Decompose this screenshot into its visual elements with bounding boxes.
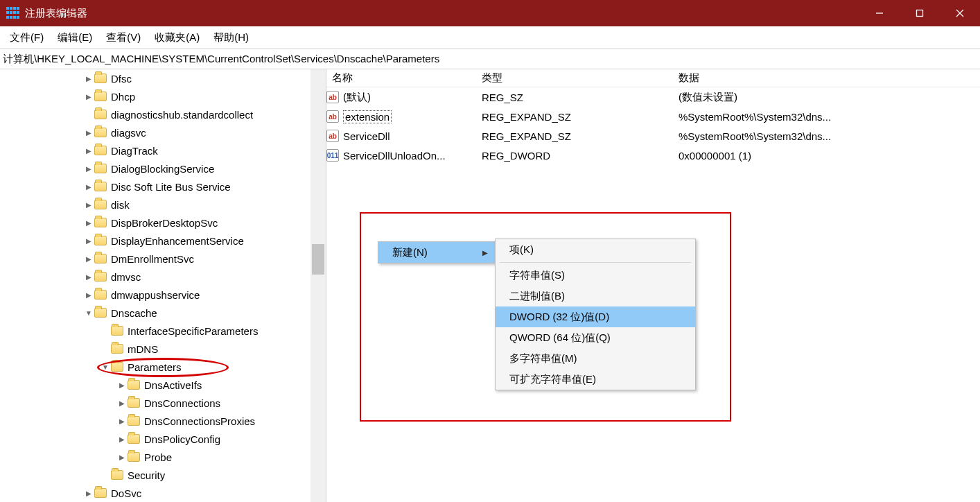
column-header-name[interactable]: 名称 bbox=[326, 71, 476, 85]
submenu-dword[interactable]: DWORD (32 位)值(D) bbox=[496, 306, 695, 327]
tree-item[interactable]: ▶Disc Soft Lite Bus Service bbox=[0, 178, 326, 196]
list-rows[interactable]: ab(默认)REG_SZ(数值未设置)abextensionREG_EXPAND… bbox=[326, 87, 980, 165]
chevron-right-icon[interactable]: ▶ bbox=[83, 93, 94, 101]
chevron-right-icon[interactable]: ▶ bbox=[83, 219, 94, 227]
submenu-binary-label: 二进制值(B) bbox=[509, 290, 565, 303]
tree-scrollbar-thumb[interactable] bbox=[312, 244, 324, 275]
tree-item-label: DnsConnectionsProxies bbox=[144, 415, 255, 427]
chevron-right-icon[interactable]: ▶ bbox=[116, 417, 128, 425]
list-row[interactable]: 011ServiceDllUnloadOn...REG_DWORD0x00000… bbox=[326, 146, 980, 165]
list-row[interactable]: abServiceDllREG_EXPAND_SZ%SystemRoot%\Sy… bbox=[326, 126, 980, 146]
chevron-right-icon[interactable]: ▶ bbox=[83, 201, 94, 209]
submenu-expand[interactable]: 可扩充字符串值(E) bbox=[496, 369, 695, 390]
tree-item[interactable]: ▶dmwappushservice bbox=[0, 286, 326, 304]
tree-item[interactable]: InterfaceSpecificParameters bbox=[0, 322, 326, 340]
string-value-icon: ab bbox=[326, 130, 339, 142]
tree-item[interactable]: ▶diagsvc bbox=[0, 123, 326, 141]
tree-item[interactable]: ▶DnsConnectionsProxies bbox=[0, 412, 326, 430]
chevron-right-icon[interactable]: ▶ bbox=[83, 237, 94, 245]
tree-item[interactable]: ▶DiagTrack bbox=[0, 141, 326, 159]
submenu-key[interactable]: 项(K) bbox=[496, 239, 695, 260]
chevron-right-icon[interactable]: ▶ bbox=[83, 183, 94, 191]
chevron-right-icon[interactable]: ▶ bbox=[83, 291, 94, 299]
highlight-ellipse bbox=[97, 358, 229, 377]
tree-item[interactable]: ▶DisplayEnhancementService bbox=[0, 232, 326, 250]
svg-rect-1 bbox=[917, 10, 923, 17]
folder-icon bbox=[94, 146, 107, 155]
list-row[interactable]: ab(默认)REG_SZ(数值未设置) bbox=[326, 87, 980, 107]
tree[interactable]: ▶Dfsc▶Dhcpdiagnosticshub.standardcollect… bbox=[0, 69, 326, 502]
menu-help[interactable]: 帮助(H) bbox=[207, 28, 256, 47]
chevron-right-icon[interactable]: ▶ bbox=[83, 147, 94, 155]
tree-item-label: DoSvc bbox=[111, 487, 141, 499]
chevron-right-icon[interactable]: ▶ bbox=[116, 381, 128, 389]
context-menu: 新建(N) ▶ bbox=[378, 241, 496, 263]
maximize-button[interactable] bbox=[900, 0, 940, 26]
tree-item-label: Dfsc bbox=[111, 73, 132, 85]
value-name[interactable]: extension bbox=[343, 110, 392, 123]
folder-icon bbox=[94, 164, 107, 173]
folder-icon bbox=[94, 110, 107, 119]
tree-item-label: DnsActiveIfs bbox=[144, 379, 202, 391]
tree-item[interactable]: mDNS bbox=[0, 340, 326, 358]
column-header-data[interactable]: 数据 bbox=[673, 71, 980, 85]
menu-edit[interactable]: 编辑(E) bbox=[51, 28, 99, 47]
chevron-right-icon[interactable]: ▶ bbox=[83, 255, 94, 263]
submenu-string-label: 字符串值(S) bbox=[509, 269, 565, 282]
tree-item[interactable]: diagnosticshub.standardcollect bbox=[0, 105, 326, 123]
tree-item[interactable]: ▶DnsPolicyConfig bbox=[0, 430, 326, 448]
value-type: REG_EXPAND_SZ bbox=[476, 111, 673, 123]
folder-icon bbox=[128, 434, 140, 444]
tree-item[interactable]: ▶Probe bbox=[0, 448, 326, 466]
chevron-right-icon[interactable]: ▶ bbox=[83, 273, 94, 281]
folder-icon bbox=[128, 452, 140, 462]
tree-item[interactable]: ▶Dhcp bbox=[0, 87, 326, 105]
tree-item[interactable]: ▶DialogBlockingService bbox=[0, 159, 326, 178]
tree-item-label: Dhcp bbox=[111, 91, 135, 103]
submenu-binary[interactable]: 二进制值(B) bbox=[496, 286, 695, 306]
submenu-expand-label: 可扩充字符串值(E) bbox=[509, 373, 596, 386]
tree-item[interactable]: ▶DnsConnections bbox=[0, 394, 326, 412]
list-header: 名称 类型 数据 bbox=[326, 69, 980, 87]
dword-value-icon: 011 bbox=[326, 149, 339, 162]
value-type: REG_EXPAND_SZ bbox=[476, 130, 673, 142]
chevron-right-icon[interactable]: ▶ bbox=[83, 490, 94, 497]
tree-item[interactable]: ▶DoSvc bbox=[0, 484, 326, 502]
tree-item[interactable]: ▼Dnscache bbox=[0, 304, 326, 322]
submenu-string[interactable]: 字符串值(S) bbox=[496, 265, 695, 286]
minimize-button[interactable] bbox=[859, 0, 900, 26]
column-header-type[interactable]: 类型 bbox=[476, 71, 673, 85]
list-row[interactable]: abextensionREG_EXPAND_SZ%SystemRoot%\Sys… bbox=[326, 107, 980, 126]
tree-item[interactable]: ▶Dfsc bbox=[0, 69, 326, 87]
tree-scrollbar[interactable] bbox=[310, 69, 326, 502]
menu-file[interactable]: 文件(F) bbox=[3, 28, 51, 47]
tree-item-label: DnsPolicyConfig bbox=[144, 433, 220, 445]
tree-item[interactable]: ▶DmEnrollmentSvc bbox=[0, 250, 326, 268]
folder-icon bbox=[94, 182, 107, 191]
tree-item[interactable]: ▶DnsActiveIfs bbox=[0, 376, 326, 394]
close-button[interactable] bbox=[940, 0, 980, 26]
value-data: (数值未设置) bbox=[673, 91, 980, 104]
tree-item-label: DiagTrack bbox=[111, 145, 158, 157]
menu-view[interactable]: 查看(V) bbox=[99, 28, 148, 47]
chevron-right-icon[interactable]: ▶ bbox=[116, 435, 128, 443]
value-data: %SystemRoot%\System32\dns... bbox=[673, 130, 980, 142]
submenu-multi[interactable]: 多字符串值(M) bbox=[496, 348, 695, 369]
submenu-qword-label: QWORD (64 位)值(Q) bbox=[509, 331, 611, 345]
tree-item[interactable]: ▶disk bbox=[0, 196, 326, 214]
address-bar[interactable]: 计算机\HKEY_LOCAL_MACHINE\SYSTEM\CurrentCon… bbox=[0, 49, 980, 69]
chevron-right-icon[interactable]: ▶ bbox=[83, 129, 94, 137]
tree-item[interactable]: Security bbox=[0, 466, 326, 484]
chevron-right-icon[interactable]: ▶ bbox=[116, 453, 128, 461]
submenu-dword-label: DWORD (32 位)值(D) bbox=[509, 311, 609, 324]
tree-item[interactable]: ▶dmvsc bbox=[0, 268, 326, 286]
submenu-qword[interactable]: QWORD (64 位)值(Q) bbox=[496, 327, 695, 348]
chevron-down-icon[interactable]: ▼ bbox=[83, 309, 94, 317]
menu-favorites[interactable]: 收藏夹(A) bbox=[148, 28, 207, 47]
chevron-right-icon[interactable]: ▶ bbox=[116, 399, 128, 407]
chevron-right-icon[interactable]: ▶ bbox=[83, 75, 94, 83]
chevron-right-icon[interactable]: ▶ bbox=[83, 165, 94, 173]
tree-item-label: DispBrokerDesktopSvc bbox=[111, 217, 218, 229]
context-menu-new[interactable]: 新建(N) ▶ bbox=[378, 242, 495, 263]
tree-item[interactable]: ▶DispBrokerDesktopSvc bbox=[0, 214, 326, 232]
